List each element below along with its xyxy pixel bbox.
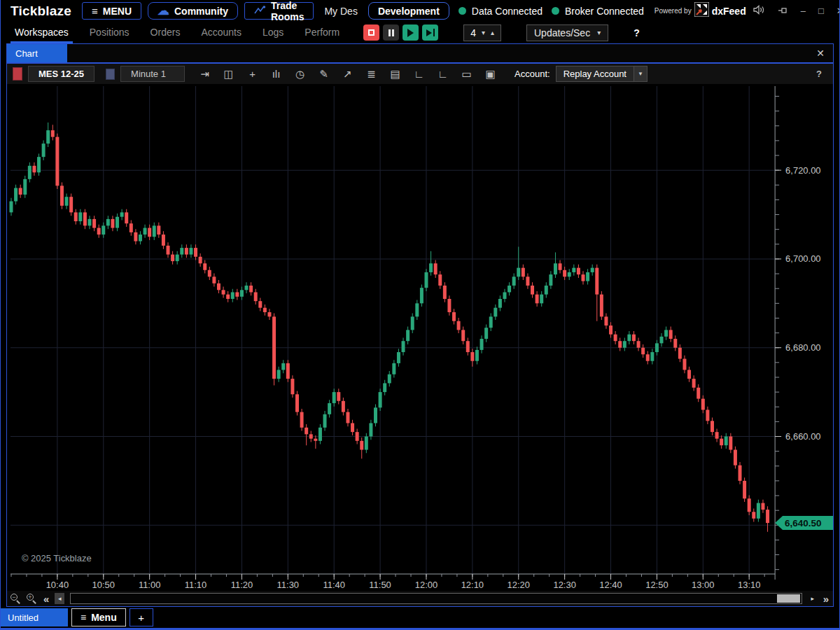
svg-text:12:10: 12:10 xyxy=(461,580,484,590)
svg-text:13:10: 13:10 xyxy=(738,580,760,590)
chart-panel: Chart ✕ MES 12-25 Minute 1 ⇥◫+ılı◷✎↗≣▤∟∟… xyxy=(6,43,834,607)
nav-item-workspaces[interactable]: Workspaces xyxy=(13,22,70,43)
svg-text:6,640.50: 6,640.50 xyxy=(785,518,821,528)
nav-item-positions[interactable]: Positions xyxy=(88,22,131,43)
dxfeed-logo-icon xyxy=(694,2,709,20)
chart-style-icon[interactable]: ◫ xyxy=(220,66,237,82)
save-icon[interactable]: ▣ xyxy=(482,66,499,82)
svg-text:6,720.00: 6,720.00 xyxy=(785,165,820,176)
data-connected-dot-icon xyxy=(458,7,466,15)
cloud-icon: ☁ xyxy=(158,4,169,18)
maximize-button[interactable]: □ xyxy=(818,6,824,16)
sessions-clock-icon[interactable]: ◷ xyxy=(291,66,309,82)
workspace-bar: Untitled ≡ Menu + xyxy=(1,608,839,630)
development-button[interactable]: Development xyxy=(368,2,449,20)
speaker-icon[interactable] xyxy=(753,5,765,18)
svg-text:12:20: 12:20 xyxy=(507,580,530,590)
play-button[interactable] xyxy=(402,24,419,41)
community-button[interactable]: ☁ Community xyxy=(148,2,238,20)
svg-text:12:30: 12:30 xyxy=(553,580,575,590)
panel-close-icon[interactable]: ✕ xyxy=(816,48,825,59)
svg-text:6,700.00: 6,700.00 xyxy=(785,253,820,264)
chevron-up-icon[interactable]: ▴ xyxy=(491,29,494,36)
svg-text:11:50: 11:50 xyxy=(369,580,391,590)
candlestick-chart[interactable]: 6,720.006,700.006,680.006,660.0010:4010:… xyxy=(7,86,833,591)
chart-scrollbar[interactable] xyxy=(70,593,802,604)
pause-button[interactable] xyxy=(383,24,399,41)
app-window: Tickblaze ≡ MENU ☁ Community Trade Rooms… xyxy=(0,0,840,630)
svg-text:12:50: 12:50 xyxy=(645,580,668,590)
price-scale-icon[interactable]: ∟ xyxy=(410,66,428,82)
nav-item-logs[interactable]: Logs xyxy=(261,22,285,43)
interval-color-swatch[interactable] xyxy=(106,69,115,80)
main-nav: WorkspacesPositionsOrdersAccountsLogsPer… xyxy=(1,22,839,43)
nav-item-accounts[interactable]: Accounts xyxy=(200,22,243,43)
open-folder-icon[interactable]: ▭ xyxy=(458,66,475,82)
menu-button[interactable]: ≡ MENU xyxy=(82,2,141,20)
dock-panel-icon[interactable]: ⇥ xyxy=(196,66,214,82)
chevron-down-icon: ▾ xyxy=(597,29,601,36)
svg-text:10:40: 10:40 xyxy=(46,580,69,590)
report-icon[interactable]: ▤ xyxy=(386,66,404,82)
svg-text:10:50: 10:50 xyxy=(92,580,115,590)
chart-scroll-row: − + « ◂ ▸ » xyxy=(7,591,833,606)
volume-icon[interactable]: ılı xyxy=(267,66,285,82)
add-workspace-button[interactable]: + xyxy=(130,608,153,626)
close-button[interactable]: ✕ xyxy=(836,6,840,16)
svg-text:11:00: 11:00 xyxy=(139,580,160,590)
trade-rooms-button[interactable]: Trade Rooms xyxy=(244,2,314,20)
window-controls: – □ ✕ xyxy=(778,6,840,16)
help-button[interactable]: ? xyxy=(634,27,640,38)
svg-text:11:40: 11:40 xyxy=(323,580,344,590)
symbol-color-swatch[interactable] xyxy=(13,67,22,80)
workspace-menu-button[interactable]: ≡ Menu xyxy=(71,608,126,626)
my-desktop-label[interactable]: My Des xyxy=(320,6,361,17)
nav-item-orders[interactable]: Orders xyxy=(149,22,182,43)
jump-start-button[interactable]: « xyxy=(42,593,50,605)
broker-connected-status: Broker Connected xyxy=(552,6,644,17)
jump-end-button[interactable]: » xyxy=(822,593,830,605)
dropdown-arrow-icon[interactable]: ▼ xyxy=(634,66,647,81)
data-connected-status: Data Connected xyxy=(458,6,542,17)
workspace-tab-untitled[interactable]: Untitled xyxy=(1,608,68,626)
svg-text:12:00: 12:00 xyxy=(415,580,438,590)
interval-button[interactable]: Minute 1 xyxy=(120,66,185,82)
svg-text:11:20: 11:20 xyxy=(231,580,253,590)
scroll-left-arrow[interactable]: ◂ xyxy=(55,593,64,604)
chart-area[interactable]: 6,720.006,700.006,680.006,660.0010:4010:… xyxy=(7,86,833,591)
step-forward-button[interactable] xyxy=(422,24,438,41)
zoom-in-button[interactable]: + xyxy=(26,593,38,605)
chart-help-button[interactable]: ? xyxy=(816,69,827,79)
drawing-tools-icon[interactable]: ✎ xyxy=(315,66,332,82)
pin-window-icon[interactable] xyxy=(778,6,788,16)
crosshair-icon[interactable]: + xyxy=(244,66,261,82)
svg-text:6,660.00: 6,660.00 xyxy=(785,431,820,442)
updates-unit-select[interactable]: Updates/Sec ▾ xyxy=(526,24,608,41)
account-selector: Account: Replay Account ▼ xyxy=(514,66,648,82)
panel-tab-row: Chart ✕ xyxy=(7,44,833,64)
app-logo: Tickblaze xyxy=(10,4,71,19)
stop-button[interactable] xyxy=(363,24,379,41)
tab-chart[interactable]: Chart xyxy=(7,44,67,62)
trend-icon xyxy=(254,6,266,17)
time-scale-icon[interactable]: ∟ xyxy=(434,66,451,82)
zoom-out-button[interactable]: − xyxy=(10,593,22,605)
minimize-button[interactable]: – xyxy=(801,6,806,16)
symbol-button[interactable]: MES 12-25 xyxy=(28,66,94,82)
title-bar: Tickblaze ≡ MENU ☁ Community Trade Rooms… xyxy=(1,0,839,22)
account-dropdown[interactable]: Replay Account ▼ xyxy=(556,66,648,82)
updates-per-sec-stepper[interactable]: 4 ▾ ▴ xyxy=(463,24,501,41)
scroll-right-arrow[interactable]: ▸ xyxy=(808,593,818,604)
nav-item-perform[interactable]: Perform xyxy=(303,22,341,43)
svg-text:11:10: 11:10 xyxy=(185,580,206,590)
watchlist-icon[interactable]: ≣ xyxy=(363,66,380,82)
chevron-down-icon[interactable]: ▾ xyxy=(482,29,485,36)
trendline-icon[interactable]: ↗ xyxy=(339,66,356,82)
svg-text:11:30: 11:30 xyxy=(277,580,299,590)
svg-text:6,680.00: 6,680.00 xyxy=(785,342,820,353)
svg-text:© 2025 Tickblaze: © 2025 Tickblaze xyxy=(22,553,92,564)
broker-connected-dot-icon xyxy=(552,7,559,15)
scrollbar-thumb[interactable] xyxy=(777,594,800,603)
dxfeed-branding: Powered by dxFeed xyxy=(654,2,765,20)
replay-controls xyxy=(363,24,438,41)
